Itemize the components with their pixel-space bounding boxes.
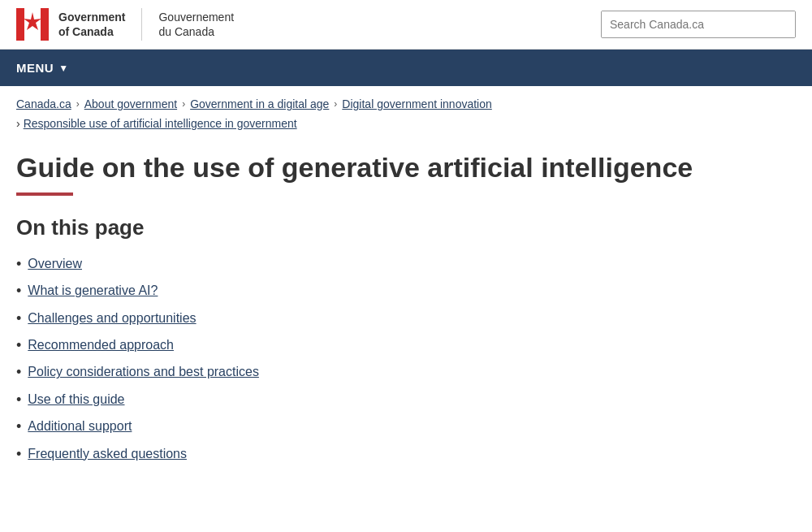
breadcrumb-sep-1: › — [76, 98, 80, 110]
toc-link-what-is-ai[interactable]: What is generative AI? — [28, 282, 158, 300]
breadcrumb-first-row: Canada.ca › About government › Governmen… — [0, 86, 812, 115]
svg-rect-0 — [16, 8, 24, 41]
list-item: Recommended approach — [16, 336, 763, 355]
site-header: Government of Canada Gouvernement du Can… — [0, 0, 812, 50]
list-item: What is generative AI? — [16, 282, 763, 301]
breadcrumb-link-digital-age[interactable]: Government in a digital age — [190, 97, 329, 110]
toc-link-challenges[interactable]: Challenges and opportunities — [28, 309, 196, 327]
main-nav: MENU ▼ — [0, 50, 812, 86]
breadcrumb-sep-4: › — [16, 117, 20, 130]
title-underline — [16, 192, 73, 196]
table-of-contents: Overview What is generative AI? Challeng… — [16, 255, 763, 464]
breadcrumb-sep-2: › — [182, 98, 185, 110]
breadcrumb-link-canada[interactable]: Canada.ca — [16, 97, 71, 110]
breadcrumb-link-responsible-ai[interactable]: Responsible use of artificial intelligen… — [24, 117, 297, 130]
list-item: Policy considerations and best practices — [16, 363, 763, 382]
toc-link-additional-support[interactable]: Additional support — [28, 417, 132, 435]
main-content: Guide on the use of generative artificia… — [0, 143, 780, 496]
on-this-page-heading: On this page — [16, 215, 763, 240]
menu-button[interactable]: MENU ▼ — [16, 50, 69, 86]
list-item: Use of this guide — [16, 391, 763, 409]
breadcrumb-link-digital-innovation[interactable]: Digital government innovation — [342, 97, 491, 110]
chevron-down-icon: ▼ — [58, 63, 68, 74]
breadcrumb-link-about[interactable]: About government — [84, 97, 177, 110]
list-item: Overview — [16, 255, 763, 274]
search-box[interactable] — [601, 11, 796, 38]
toc-link-faq[interactable]: Frequently asked questions — [28, 445, 187, 463]
logo-divider — [141, 8, 142, 41]
toc-link-policy[interactable]: Policy considerations and best practices — [28, 363, 259, 381]
gov-name-en: Government of Canada — [58, 10, 125, 39]
list-item: Frequently asked questions — [16, 445, 763, 464]
search-input[interactable] — [602, 11, 795, 37]
breadcrumb-sep-3: › — [334, 98, 337, 110]
list-item: Challenges and opportunities — [16, 309, 763, 328]
breadcrumb: Canada.ca › About government › Governmen… — [0, 86, 812, 143]
toc-link-recommended[interactable]: Recommended approach — [28, 336, 174, 354]
menu-label: MENU — [16, 61, 54, 75]
toc-link-use-guide[interactable]: Use of this guide — [28, 391, 124, 409]
breadcrumb-second-row: › Responsible use of artificial intellig… — [0, 115, 812, 143]
list-item: Additional support — [16, 417, 763, 436]
toc-link-overview[interactable]: Overview — [28, 255, 82, 273]
logo-area: Government of Canada Gouvernement du Can… — [16, 8, 234, 41]
svg-rect-1 — [41, 8, 49, 41]
page-title: Guide on the use of generative artificia… — [16, 151, 763, 184]
canada-flag-icon — [16, 8, 49, 41]
gov-name-fr: Gouvernement du Canada — [158, 10, 234, 39]
